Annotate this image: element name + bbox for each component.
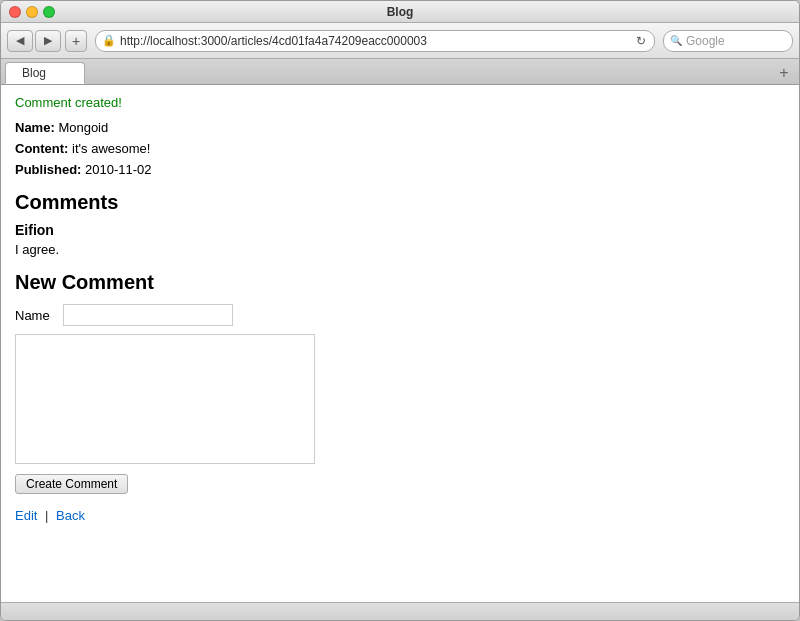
name-form-label: Name (15, 308, 55, 323)
article-content-field: Content: it's awesome! (15, 141, 785, 156)
nav-buttons: ◀ ▶ (7, 30, 61, 52)
tab-blog[interactable]: Blog (5, 62, 85, 84)
published-value: 2010-11-02 (85, 162, 152, 177)
comment-list: Eifion I agree. (15, 222, 785, 257)
browser-window: Blog ◀ ▶ + 🔒 http://localhost:3000/artic… (0, 0, 800, 621)
comment-textarea[interactable] (15, 334, 315, 464)
search-icon: 🔍 (670, 35, 682, 46)
forward-nav-button[interactable]: ▶ (35, 30, 61, 52)
tab-label: Blog (22, 66, 46, 80)
article-name-field: Name: Mongoid (15, 120, 785, 135)
name-form-row: Name (15, 304, 785, 326)
toolbar: ◀ ▶ + 🔒 http://localhost:3000/articles/4… (1, 23, 799, 59)
address-bar[interactable]: 🔒 http://localhost:3000/articles/4cd01fa… (95, 30, 655, 52)
page-content: Comment created! Name: Mongoid Content: … (1, 85, 799, 602)
search-bar[interactable]: 🔍 Google (663, 30, 793, 52)
close-button[interactable] (9, 6, 21, 18)
content-label: Content: (15, 141, 68, 156)
maximize-button[interactable] (43, 6, 55, 18)
name-value: Mongoid (58, 120, 108, 135)
search-placeholder: Google (686, 34, 725, 48)
page-links: Edit | Back (15, 508, 785, 523)
flash-notice: Comment created! (15, 95, 785, 110)
comment-body: I agree. (15, 242, 785, 257)
new-comment-form: Name Create Comment (15, 304, 785, 508)
minimize-button[interactable] (26, 6, 38, 18)
published-label: Published: (15, 162, 81, 177)
back-nav-button[interactable]: ◀ (7, 30, 33, 52)
security-icon: 🔒 (102, 34, 116, 47)
content-value: it's awesome! (72, 141, 150, 156)
link-separator: | (45, 508, 48, 523)
edit-link[interactable]: Edit (15, 508, 37, 523)
title-bar: Blog (1, 1, 799, 23)
window-title: Blog (387, 5, 414, 19)
tabs-bar: Blog + (1, 59, 799, 85)
comment-author: Eifion (15, 222, 785, 238)
create-comment-button[interactable]: Create Comment (15, 474, 128, 494)
new-tab-button[interactable]: + (65, 30, 87, 52)
name-input[interactable] (63, 304, 233, 326)
list-item: Eifion I agree. (15, 222, 785, 257)
comments-section-title: Comments (15, 191, 785, 214)
new-tab-plus-button[interactable]: + (773, 62, 795, 84)
new-comment-title: New Comment (15, 271, 785, 294)
refresh-button[interactable]: ↻ (634, 34, 648, 48)
article-published-field: Published: 2010-11-02 (15, 162, 785, 177)
url-text: http://localhost:3000/articles/4cd01fa4a… (120, 34, 634, 48)
name-label: Name: (15, 120, 55, 135)
status-bar (1, 602, 799, 620)
back-link[interactable]: Back (56, 508, 85, 523)
traffic-lights (9, 6, 55, 18)
